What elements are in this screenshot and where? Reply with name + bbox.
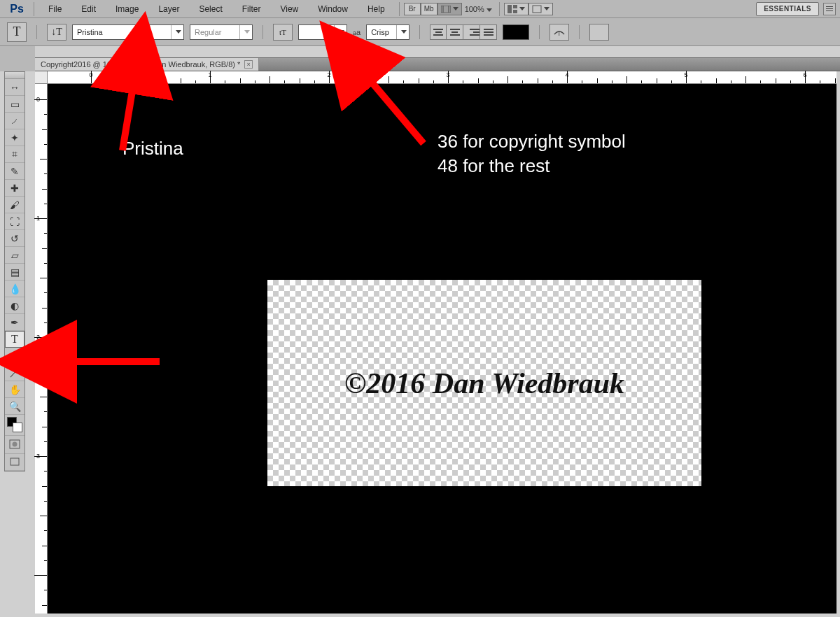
screen-mode-tool-button[interactable] xyxy=(5,454,24,471)
warp-icon: T xyxy=(553,27,566,37)
antialias-label: aaaa xyxy=(353,28,360,36)
ruler-v-label: 1 xyxy=(36,215,40,222)
tool-palette: ↔▭⟋✦⌗✎✚🖌⛶↺▱▤💧◐✒T↖／✋🔍 xyxy=(4,71,25,471)
marquee-tool[interactable]: ▭ xyxy=(5,96,24,113)
type-tool[interactable]: T xyxy=(5,331,24,348)
svg-rect-3 xyxy=(507,5,512,13)
text-color-swatch[interactable] xyxy=(503,24,529,40)
close-tab-button[interactable]: × xyxy=(244,60,253,69)
chevron-down-icon xyxy=(519,7,525,10)
separator xyxy=(539,25,540,39)
menu-filter[interactable]: Filter xyxy=(232,0,271,18)
line-tool[interactable]: ／ xyxy=(5,364,24,381)
menu-view[interactable]: View xyxy=(270,0,308,18)
eyedropper-tool[interactable]: ✎ xyxy=(5,163,24,180)
menu-window[interactable]: Window xyxy=(308,0,358,18)
separator xyxy=(419,25,420,39)
zoom-tool[interactable]: 🔍 xyxy=(5,398,24,415)
font-size-dropdown[interactable] xyxy=(298,24,347,40)
background-swatch[interactable] xyxy=(13,423,22,432)
font-family-value: Pristina xyxy=(73,28,171,36)
orientation-icon: ↓T xyxy=(51,27,62,38)
magic-wand-tool[interactable]: ✦ xyxy=(5,129,24,146)
annotation-line1: 36 for copyright symbol xyxy=(438,129,626,154)
gradient-tool[interactable]: ▤ xyxy=(5,264,24,281)
svg-line-11 xyxy=(122,52,139,150)
menu-select[interactable]: Select xyxy=(189,0,232,18)
menu-image[interactable]: Image xyxy=(106,0,148,18)
align-center-button[interactable] xyxy=(447,24,463,40)
document-tab-strip: Copyright2016 @ 100% (©2016 Dan Wiedbrau… xyxy=(35,57,840,71)
align-left-button[interactable] xyxy=(430,24,447,40)
move-tool[interactable]: ↔ xyxy=(5,79,24,96)
annotation-arrow-font xyxy=(91,45,154,159)
antialias-dropdown[interactable]: Crisp xyxy=(366,24,410,40)
separator xyxy=(399,2,400,16)
annotation-size-note: 36 for copyright symbol 48 for the rest xyxy=(438,129,626,178)
ruler-origin[interactable] xyxy=(35,71,48,84)
align-justify-button[interactable] xyxy=(480,24,497,40)
app-logo: Ps xyxy=(4,2,29,16)
separator xyxy=(579,25,580,39)
chevron-down-icon xyxy=(396,25,409,39)
menu-bar: Ps FileEditImageLayerSelectFilterViewWin… xyxy=(0,0,840,18)
active-tool-indicator[interactable]: T xyxy=(7,22,27,42)
svg-rect-10 xyxy=(10,458,19,465)
view-extras-button[interactable] xyxy=(438,3,462,15)
brush-tool[interactable]: 🖌 xyxy=(5,197,24,213)
watermark-text[interactable]: ©2016 Dan Wiedbrauk xyxy=(344,367,624,400)
ruler-h-label: 5 xyxy=(684,71,687,78)
svg-rect-6 xyxy=(533,6,541,13)
crop-tool[interactable]: ⌗ xyxy=(5,146,24,163)
menu-layer[interactable]: Layer xyxy=(148,0,189,18)
menu-help[interactable]: Help xyxy=(358,0,395,18)
separator xyxy=(499,2,500,16)
warp-text-button[interactable]: T xyxy=(550,24,569,41)
text-orientation-button[interactable]: ↓T xyxy=(47,24,66,41)
clone-stamp-tool[interactable]: ⛶ xyxy=(5,213,24,230)
foreground-background-color[interactable] xyxy=(5,415,24,436)
font-style-dropdown[interactable]: Regular xyxy=(190,24,253,40)
healing-brush-tool[interactable]: ✚ xyxy=(5,180,24,197)
svg-rect-4 xyxy=(513,5,517,8)
screen-mode-icon xyxy=(9,457,20,468)
ruler-h-label: 4 xyxy=(565,71,568,78)
arrange-documents-button[interactable] xyxy=(504,3,528,15)
type-tool-icon: T xyxy=(13,24,21,39)
minibridge-button[interactable]: Mb xyxy=(421,3,438,15)
menu-edit[interactable]: Edit xyxy=(71,0,106,18)
bridge-button[interactable]: Br xyxy=(404,3,421,15)
document-canvas[interactable]: ©2016 Dan Wiedbrauk xyxy=(267,280,701,486)
menu-file[interactable]: File xyxy=(38,0,71,18)
eraser-tool[interactable]: ▱ xyxy=(5,247,24,264)
font-family-dropdown[interactable]: Pristina xyxy=(72,24,184,40)
screen-mode-button[interactable] xyxy=(528,3,553,15)
blur-tool[interactable]: 💧 xyxy=(5,281,24,297)
workspace-switcher[interactable]: ESSENTIALS xyxy=(756,2,819,16)
quick-mask-button[interactable] xyxy=(5,436,24,454)
lasso-tool[interactable]: ⟋ xyxy=(5,113,24,129)
dodge-tool[interactable]: ◐ xyxy=(5,297,24,314)
bridge-label: Br xyxy=(409,5,416,13)
align-right-button[interactable] xyxy=(463,24,480,40)
separator xyxy=(36,25,37,39)
svg-point-9 xyxy=(13,441,18,446)
quickmask-icon xyxy=(9,439,20,451)
minibridge-label: Mb xyxy=(424,5,434,13)
menu-icon xyxy=(826,8,833,9)
palette-grip[interactable] xyxy=(5,72,24,79)
path-select-tool[interactable]: ↖ xyxy=(5,348,24,364)
filmstrip-icon xyxy=(441,6,451,13)
pen-tool[interactable]: ✒ xyxy=(5,314,24,331)
hand-tool[interactable]: ✋ xyxy=(5,381,24,398)
annotation-arrow-typetool xyxy=(27,344,167,381)
workspace-menu-button[interactable] xyxy=(823,3,836,15)
zoom-display[interactable]: 100% xyxy=(462,5,495,13)
ruler-h-label: 1 xyxy=(208,71,211,78)
chevron-down-icon xyxy=(486,8,492,12)
chevron-down-icon xyxy=(171,25,183,39)
separator xyxy=(34,2,34,16)
character-panel-button[interactable] xyxy=(589,24,609,41)
history-brush-tool[interactable]: ↺ xyxy=(5,230,24,247)
vertical-ruler[interactable]: 0123 xyxy=(35,71,48,614)
